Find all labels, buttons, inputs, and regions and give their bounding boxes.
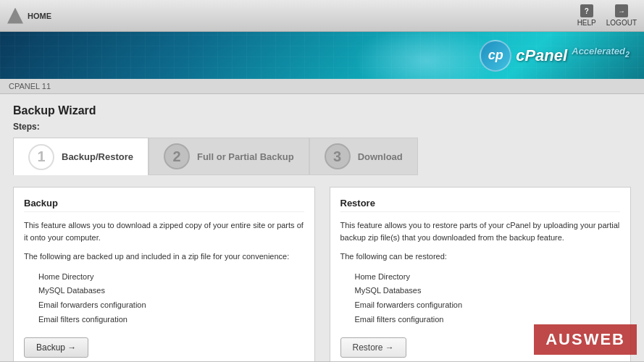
backup-desc-2: The following are backed up and included… xyxy=(24,251,304,263)
restore-panel-title: Restore xyxy=(340,198,621,212)
home-label[interactable]: HOME xyxy=(28,12,51,20)
page-title: Backup Wizard xyxy=(13,104,631,117)
list-item: MySQL Databases xyxy=(355,284,621,298)
backup-list: Home Directory MySQL Databases Email for… xyxy=(24,270,304,327)
step-2-circle: 2 xyxy=(164,143,190,169)
tab-download[interactable]: 3 Download xyxy=(309,138,418,175)
backup-desc-1: This feature allows you to download a zi… xyxy=(24,219,304,243)
breadcrumb: CPANEL 11 xyxy=(0,79,644,94)
backup-button[interactable]: Backup → xyxy=(24,337,88,358)
watermark-text: AUSWEB xyxy=(545,330,625,348)
cpanel-subtitle: Accelerated2 xyxy=(572,46,630,56)
cpanel-brand-text: cPanel Accelerated2 xyxy=(516,46,630,64)
step-1-circle: 1 xyxy=(28,144,54,170)
watermark: AUSWEB xyxy=(534,324,637,355)
cpanel-circle-icon: cp xyxy=(480,40,511,72)
tab-2-label: Full or Partial Backup xyxy=(197,151,294,162)
list-item: Email forwarders configuration xyxy=(38,298,304,313)
tab-1-label: Backup/Restore xyxy=(62,151,133,162)
restore-list: Home Directory MySQL Databases Email for… xyxy=(340,270,621,327)
cpanel-name: cPanel Accelerated2 xyxy=(516,46,630,64)
logout-label: LOGOUT xyxy=(606,19,637,27)
list-item: Home Directory xyxy=(355,270,621,285)
cpanel-circle-text: cp xyxy=(488,48,503,63)
logout-button[interactable]: → LOGOUT xyxy=(606,4,637,27)
help-label: HELP xyxy=(577,19,596,27)
logout-icon: → xyxy=(615,4,628,17)
breadcrumb-text: CPANEL 11 xyxy=(9,82,51,90)
tab-backup-restore[interactable]: 1 Backup/Restore xyxy=(13,138,149,175)
nav-right-group: ? HELP → LOGOUT xyxy=(577,4,637,27)
steps-tabs: 1 Backup/Restore 2 Full or Partial Backu… xyxy=(13,138,631,175)
banner-glow xyxy=(354,32,499,79)
banner: cp cPanel Accelerated2 xyxy=(0,32,644,79)
cpanel-logo: cp cPanel Accelerated2 xyxy=(480,40,630,72)
tab-3-label: Download xyxy=(358,151,403,162)
cpanel-number: 2 xyxy=(625,50,630,59)
list-item: Home Directory xyxy=(38,270,304,285)
backup-panel-title: Backup xyxy=(24,198,304,212)
backup-panel: Backup This feature allows you to downlo… xyxy=(13,187,315,361)
restore-desc-2: The following can be restored: xyxy=(340,251,621,263)
list-item: MySQL Databases xyxy=(38,284,304,298)
top-navigation: HOME ? HELP → LOGOUT xyxy=(0,0,644,32)
restore-button[interactable]: Restore → xyxy=(340,337,406,358)
list-item: Email forwarders configuration xyxy=(355,298,621,313)
help-button[interactable]: ? HELP xyxy=(577,4,596,27)
home-icon xyxy=(7,8,23,24)
steps-label: Steps: xyxy=(13,122,631,132)
help-icon: ? xyxy=(580,4,593,17)
step-3-circle: 3 xyxy=(325,143,351,169)
tab-full-partial-backup[interactable]: 2 Full or Partial Backup xyxy=(149,138,309,175)
restore-desc-1: This feature allows you to restore parts… xyxy=(340,219,621,243)
main-content: Backup Wizard Steps: 1 Backup/Restore 2 … xyxy=(0,94,644,361)
list-item: Email filters configuration xyxy=(38,313,304,327)
